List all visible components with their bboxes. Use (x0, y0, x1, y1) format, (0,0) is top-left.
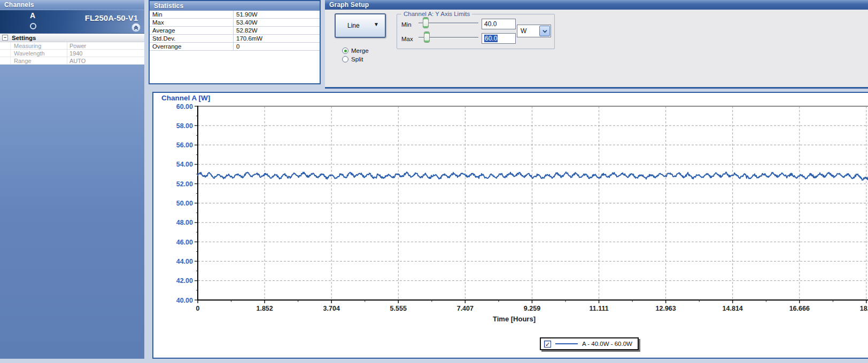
stat-value: 51.90W (236, 11, 258, 19)
channels-panel-title: Channels (4, 1, 34, 9)
setting-label: Measuring (14, 42, 41, 50)
split-radio-label: Split (351, 56, 363, 62)
svg-text:44.00: 44.00 (176, 258, 193, 265)
y-axis-limits-title: Channel A: Y Axis Limits (401, 11, 472, 17)
graph-type-dropdown[interactable]: Line ▼ (335, 13, 386, 38)
channels-panel-header: Channels (0, 0, 144, 10)
svg-text:46.00: 46.00 (176, 239, 193, 246)
min-input-value: 40.0 (484, 20, 497, 28)
channel-name-label: FL250A-50-V1 (85, 13, 138, 22)
legend-series-label: A - 40.0W - 60.0W (582, 341, 632, 347)
setting-label: Wavelength (14, 50, 45, 57)
svg-text:48.00: 48.00 (176, 219, 193, 226)
split-radio[interactable]: Split (342, 56, 363, 63)
chart-title: Channel A [W] (161, 94, 210, 102)
statistics-row: Average52.82W (150, 27, 320, 35)
merge-radio-label: Merge (351, 48, 369, 54)
legend-line-swatch-icon (555, 343, 578, 344)
graph-setup-panel-title: Graph Setup (329, 1, 369, 9)
settings-row[interactable]: Wavelength1940 (0, 50, 144, 57)
svg-text:56.00: 56.00 (176, 141, 193, 149)
svg-text:0: 0 (196, 305, 200, 312)
svg-text:18.5: 18.5 (860, 305, 868, 312)
min-slider[interactable] (418, 17, 478, 29)
max-slider-thumb[interactable] (424, 31, 430, 43)
statistics-panel-header: Statistics (150, 1, 320, 11)
svg-text:9.259: 9.259 (524, 305, 540, 312)
statistics-panel-title: Statistics (154, 2, 183, 10)
setting-label: Range (14, 57, 31, 65)
combobox-arrow-icon[interactable] (539, 26, 550, 36)
unit-combobox[interactable]: W (517, 25, 551, 37)
setting-value: Power (69, 42, 86, 50)
stat-value: 170.6mW (236, 35, 262, 43)
radio-selected-icon (342, 48, 348, 54)
svg-text:40.00: 40.00 (176, 297, 193, 304)
statistics-panel: Statistics Min51.90WMax53.40WAverage52.8… (149, 0, 321, 84)
min-slider-thumb[interactable] (423, 17, 429, 28)
setting-value: 1940 (69, 50, 82, 57)
svg-text:60.00: 60.00 (176, 103, 193, 111)
stat-value: 53.40W (236, 19, 258, 27)
graph-type-value: Line (347, 22, 360, 29)
stat-label: Std.Dev. (152, 35, 175, 43)
svg-text:5.555: 5.555 (390, 305, 407, 312)
collapse-expander-icon[interactable]: − (2, 35, 8, 41)
svg-text:54.00: 54.00 (176, 161, 193, 168)
double-chevron-up-icon (133, 25, 139, 30)
svg-text:1.852: 1.852 (256, 305, 273, 312)
statistics-row: Min51.90W (150, 11, 320, 19)
dropdown-caret-icon: ▼ (374, 21, 379, 27)
statistics-row: Std.Dev.170.6mW (150, 35, 320, 43)
svg-text:58.00: 58.00 (176, 122, 193, 130)
graph-setup-panel-header: Graph Setup (325, 0, 868, 10)
chart-legend[interactable]: ✓ A - 40.0W - 60.0W (540, 337, 639, 350)
svg-text:14.814: 14.814 (723, 305, 743, 312)
max-label: Max (401, 36, 413, 42)
min-input[interactable]: 40.0 (482, 19, 516, 29)
stat-label: Average (152, 27, 175, 35)
legend-checkbox[interactable]: ✓ (544, 341, 551, 348)
channels-panel: Channels A FL250A-50-V1 − Settings Measu… (0, 0, 144, 359)
radio-unselected-icon (342, 56, 348, 62)
svg-text:52.00: 52.00 (176, 180, 193, 188)
stat-value: 0 (236, 43, 239, 51)
svg-text:7.407: 7.407 (457, 305, 474, 312)
max-input-value-selected: 60.0 (484, 35, 498, 42)
svg-text:11.111: 11.111 (589, 305, 608, 312)
merge-radio[interactable]: Merge (342, 47, 369, 54)
settings-section-header[interactable]: − Settings (0, 34, 144, 42)
chart-panel: 60.0058.0056.0054.0052.0050.0048.0046.00… (152, 92, 868, 359)
max-input[interactable]: 60.0 (482, 33, 516, 44)
power-vs-time-chart: 60.0058.0056.0054.0052.0050.0048.0046.00… (153, 93, 868, 358)
settings-section-title: Settings (12, 34, 36, 42)
unit-combobox-value: W (521, 27, 526, 35)
svg-text:12.963: 12.963 (656, 305, 676, 312)
statistics-row: Max53.40W (150, 19, 320, 27)
stat-label: Overrange (152, 43, 181, 51)
stat-value: 52.82W (236, 27, 258, 35)
statistics-row: Overrange0 (150, 43, 320, 51)
channel-collapse-button[interactable] (131, 23, 141, 32)
settings-row[interactable]: RangeAUTO (0, 57, 144, 65)
graph-setup-panel: Graph Setup Line ▼ Merge Split Channel A… (325, 0, 868, 89)
statistics-table: Min51.90WMax53.40WAverage52.82WStd.Dev.1… (150, 11, 320, 51)
max-slider[interactable] (418, 31, 478, 43)
stat-label: Max (152, 19, 164, 27)
channel-status-ring-icon (30, 23, 36, 29)
stat-label: Min (152, 11, 162, 19)
channel-id-label: A (30, 11, 35, 20)
min-label: Min (401, 21, 412, 28)
svg-text:42.00: 42.00 (176, 277, 193, 285)
svg-text:3.704: 3.704 (323, 305, 340, 312)
series-A-trace (198, 172, 868, 181)
svg-text:16.666: 16.666 (789, 305, 810, 312)
svg-text:Time [Hours]: Time [Hours] (493, 315, 536, 323)
setting-value: AUTO (69, 57, 86, 65)
svg-text:50.00: 50.00 (176, 200, 193, 207)
channel-card[interactable]: A FL250A-50-V1 (0, 10, 144, 34)
settings-row[interactable]: MeasuringPower (0, 42, 144, 50)
settings-table: MeasuringPowerWavelength1940RangeAUTO (0, 42, 144, 65)
